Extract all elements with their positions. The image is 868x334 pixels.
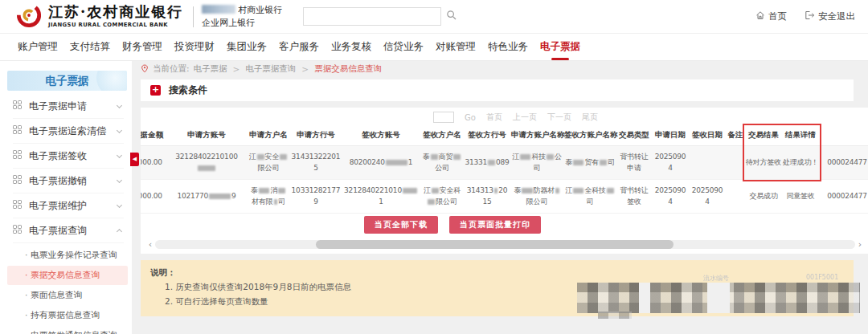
breadcrumb-item[interactable]: 电子票据查询 — [245, 63, 296, 75]
column-header: 交易结果 — [745, 125, 782, 146]
table-cell: 江科技公司 — [510, 146, 563, 180]
nav-item[interactable]: 集团业务 — [227, 40, 267, 54]
grid-icon — [13, 200, 22, 211]
table-cell: 000024477 — [819, 146, 868, 180]
redacted-text — [453, 154, 461, 160]
table-cell: 20250904 — [689, 180, 726, 214]
last-page-link[interactable]: 尾页 — [582, 112, 598, 123]
column-header: 票据金额 — [141, 125, 166, 146]
bank-name-en: JIANGSU RURAL COMMERCIAL BANK — [48, 22, 183, 28]
sidebar: 电子票据 电子票据申请电子票据追索清偿电子票据签收电子票据撤销电子票据维护电子票… — [0, 61, 132, 334]
sidebar-subitem[interactable]: 电票业务操作记录查询 — [7, 246, 128, 265]
search-icon[interactable] — [446, 9, 457, 24]
table-cell: 同意签收 — [782, 180, 819, 214]
table-cell: 802002401 — [342, 146, 420, 180]
redacted-text — [280, 154, 287, 160]
nav-item[interactable]: 业务复核 — [331, 40, 371, 54]
first-page-link[interactable]: 首页 — [486, 112, 502, 123]
redacted-text — [431, 154, 438, 160]
table-cell: 交易成功 — [745, 180, 782, 214]
nav-item[interactable]: 信贷业务 — [383, 40, 424, 54]
redacted-text — [257, 154, 264, 160]
search-input[interactable] — [303, 7, 441, 26]
nav-item[interactable]: 特色业务 — [488, 40, 528, 54]
nav-item[interactable]: 支付结算 — [70, 40, 110, 54]
expand-plus-icon[interactable]: + — [150, 85, 161, 96]
table-cell: 314313222015 — [290, 146, 342, 180]
table-cell: 江安全限公司 — [247, 146, 290, 180]
table-row[interactable]: 0000.0032128402210100江安全限公司3143132220158… — [141, 146, 868, 180]
column-header: 签收日期 — [689, 125, 726, 146]
sidebar-subitem[interactable]: 票面信息查询 — [7, 286, 128, 305]
sidebar-subitem-active[interactable]: 票据交易信息查询 — [7, 266, 128, 285]
next-page-link[interactable]: 下一页 — [547, 112, 571, 123]
redacted-text — [198, 165, 216, 171]
breadcrumb-separator: > — [301, 64, 309, 74]
table-cell: 背书转让申请 — [616, 146, 652, 180]
sidebar-title: 电子票据 — [7, 71, 127, 91]
redacted-org-name — [202, 5, 235, 14]
sidebar-group-label: 电子票据追索清偿 — [29, 124, 110, 138]
home-icon — [755, 10, 765, 22]
sidebar-subitem[interactable]: 持有票据信息查询 — [7, 306, 128, 325]
sidebar-group[interactable]: 电子票据追索清偿 — [13, 119, 124, 144]
sidebar-group-label: 电子票据维护 — [29, 199, 110, 213]
redacted-mosaic-tail — [598, 312, 632, 319]
breadcrumb-item[interactable]: 票据交易信息查询 — [314, 63, 382, 75]
table-cell: 处理成功！ — [782, 146, 819, 180]
table-cell: 20250904 — [652, 146, 689, 180]
column-header: 签收方行号 — [464, 125, 510, 146]
page-go-button[interactable]: Go — [465, 113, 476, 122]
column-header: 签收方户名 — [420, 125, 464, 146]
table-cell: 待对方签收 — [745, 146, 782, 180]
column-header: 结果详情 — [782, 125, 819, 146]
bank-logo-icon — [16, 2, 42, 31]
scroll-right-arrow[interactable]: › — [855, 240, 865, 249]
nav-item[interactable]: 客户服务 — [279, 40, 319, 54]
sidebar-group[interactable]: 电子票据申请 — [13, 94, 124, 119]
scroll-left-arrow[interactable]: ‹ — [145, 240, 155, 249]
nav-item[interactable]: 电子票据 — [540, 40, 580, 54]
table-cell — [726, 146, 745, 180]
app-root: 江苏·农村商业银行 JIANGSU RURAL COMMERCIAL BANK … — [0, 0, 868, 334]
column-header: 申请日期 — [652, 125, 689, 146]
chevron-down-icon — [117, 127, 122, 132]
table-cell: 3143132015 — [464, 180, 510, 214]
prev-page-link[interactable]: 上一页 — [513, 112, 537, 123]
grid-icon — [13, 150, 22, 161]
download-all-button[interactable]: 当页全部下载 — [364, 216, 438, 234]
header-divider — [193, 6, 194, 27]
sidebar-group[interactable]: 电子票据维护 — [13, 193, 124, 218]
logout-link[interactable]: 安全退出 — [805, 10, 855, 22]
mosaic-gap — [639, 283, 650, 313]
batch-print-button[interactable]: 当页票面批量打印 — [449, 216, 541, 234]
sidebar-subitem[interactable]: 电票签发通知信息查询 — [7, 326, 128, 334]
sidebar-group[interactable]: 电子票据签收 — [13, 144, 124, 169]
nav-item[interactable]: 财务管理 — [122, 40, 162, 54]
scrollbar-thumb[interactable] — [316, 240, 673, 249]
breadcrumb-item[interactable]: 电子票据 — [194, 63, 227, 75]
breadcrumb-items: 电子票据>电子票据查询>票据交易信息查询 — [194, 63, 383, 75]
home-link[interactable]: 首页 — [755, 10, 787, 22]
chevron-down-icon — [117, 102, 122, 108]
sidebar-group[interactable]: 电子票据撤销 — [13, 169, 124, 193]
sidebar-group[interactable]: 电子票据查询 — [13, 218, 124, 243]
nav-item[interactable]: 投资理财 — [174, 40, 215, 54]
nav-item[interactable]: 账户管理 — [18, 40, 58, 54]
table-row[interactable]: 0000.0010217709泰消材有限司1033128217793212840… — [141, 180, 868, 214]
mosaic-gap — [707, 283, 730, 313]
column-header: 签收方账户名称 — [563, 125, 616, 146]
grid-icon — [13, 225, 22, 236]
table-cell: 103312821779 — [290, 180, 342, 214]
horizontal-scrollbar: ‹ › — [145, 239, 865, 249]
scrollbar-track[interactable] — [155, 240, 855, 249]
column-header: 申请方行号 — [290, 125, 342, 146]
nav-item[interactable]: 对账管理 — [436, 40, 476, 54]
page-number-input[interactable] — [433, 112, 454, 123]
notes-title: 说明： — [150, 267, 854, 279]
table-cell: 泰商贸公司 — [420, 146, 464, 180]
table-cell: 泰防器材限公司 — [510, 180, 563, 214]
table-cell: 10217709 — [166, 180, 247, 214]
sidebar-collapse-toggle[interactable] — [130, 153, 139, 166]
portal-name: 企业网上银行 — [202, 17, 282, 29]
